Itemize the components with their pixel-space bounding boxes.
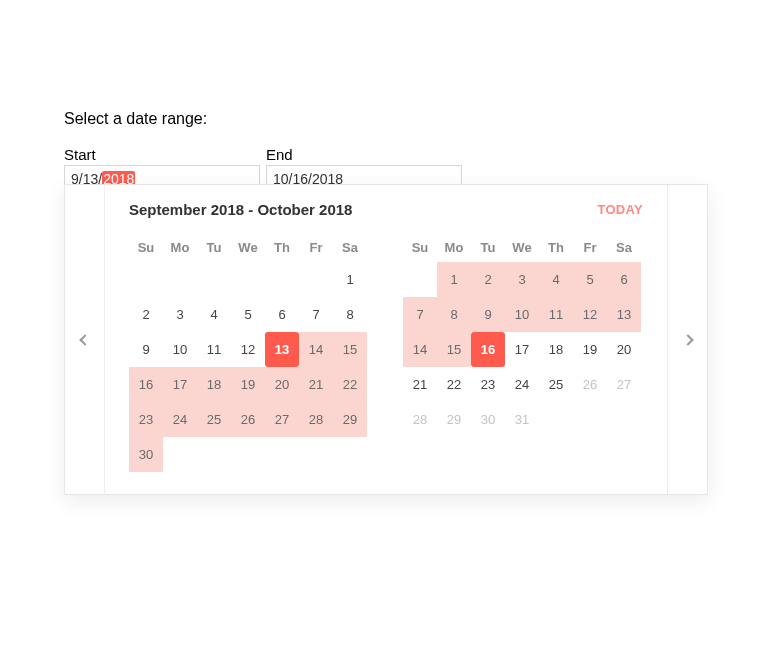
calendar-day[interactable]: 1 xyxy=(437,262,471,297)
calendar-day[interactable]: 4 xyxy=(197,297,231,332)
weekday-header: Mo xyxy=(163,232,197,262)
end-label: End xyxy=(266,146,462,163)
calendar-day[interactable]: 8 xyxy=(333,297,367,332)
calendar-day[interactable]: 21 xyxy=(403,367,437,402)
calendar-range-title: September 2018 - October 2018 xyxy=(129,201,352,218)
calendar-day[interactable]: 17 xyxy=(163,367,197,402)
weekday-header: We xyxy=(505,232,539,262)
calendar-day-empty xyxy=(231,262,265,297)
calendar-day[interactable]: 14 xyxy=(403,332,437,367)
weekday-header: Tu xyxy=(471,232,505,262)
calendar-day[interactable]: 22 xyxy=(437,367,471,402)
calendar-day[interactable]: 10 xyxy=(505,297,539,332)
month-grid: SuMoTuWeThFrSa12345678910111213141516171… xyxy=(129,232,367,472)
calendar-day-empty xyxy=(265,262,299,297)
calendar-day[interactable]: 13 xyxy=(607,297,641,332)
calendar-day[interactable]: 5 xyxy=(231,297,265,332)
calendar-day[interactable]: 12 xyxy=(573,297,607,332)
calendar-day[interactable]: 17 xyxy=(505,332,539,367)
calendar-day[interactable]: 28 xyxy=(299,402,333,437)
chevron-right-icon xyxy=(682,334,693,345)
calendar-day[interactable]: 9 xyxy=(129,332,163,367)
calendar-day-empty xyxy=(403,262,437,297)
calendar-day[interactable]: 24 xyxy=(163,402,197,437)
calendar-day[interactable]: 10 xyxy=(163,332,197,367)
calendar-day[interactable]: 3 xyxy=(163,297,197,332)
calendar-day-empty xyxy=(129,262,163,297)
weekday-header: Fr xyxy=(299,232,333,262)
calendar-day[interactable]: 6 xyxy=(265,297,299,332)
calendar-day[interactable]: 24 xyxy=(505,367,539,402)
calendar-day[interactable]: 5 xyxy=(573,262,607,297)
calendar-day[interactable]: 12 xyxy=(231,332,265,367)
calendar-day[interactable]: 3 xyxy=(505,262,539,297)
calendar-day[interactable]: 8 xyxy=(437,297,471,332)
calendar-day: 31 xyxy=(505,402,539,437)
next-month-button[interactable] xyxy=(667,185,707,494)
calendar-day-empty xyxy=(333,437,367,472)
weekday-header: Fr xyxy=(573,232,607,262)
calendar-day[interactable]: 21 xyxy=(299,367,333,402)
weekday-header: Tu xyxy=(197,232,231,262)
calendar-day[interactable]: 15 xyxy=(437,332,471,367)
prompt-label: Select a date range: xyxy=(64,110,708,128)
calendar-day-empty xyxy=(299,262,333,297)
calendar-day[interactable]: 26 xyxy=(231,402,265,437)
calendar-day: 27 xyxy=(607,367,641,402)
weekday-header: Mo xyxy=(437,232,471,262)
calendar-day: 26 xyxy=(573,367,607,402)
calendar-day[interactable]: 25 xyxy=(197,402,231,437)
weekday-header: Su xyxy=(403,232,437,262)
calendar-day[interactable]: 11 xyxy=(197,332,231,367)
start-label: Start xyxy=(64,146,260,163)
weekday-header: Su xyxy=(129,232,163,262)
calendar-day[interactable]: 4 xyxy=(539,262,573,297)
calendar-day[interactable]: 9 xyxy=(471,297,505,332)
calendar-day-empty xyxy=(539,402,573,437)
calendar-day[interactable]: 30 xyxy=(129,437,163,472)
calendar-day[interactable]: 19 xyxy=(231,367,265,402)
prev-month-button[interactable] xyxy=(65,185,105,494)
calendar-day[interactable]: 18 xyxy=(197,367,231,402)
calendar-day[interactable]: 23 xyxy=(471,367,505,402)
weekday-header: Sa xyxy=(333,232,367,262)
calendar-day-empty xyxy=(299,437,333,472)
calendar-day[interactable]: 19 xyxy=(573,332,607,367)
calendar-day[interactable]: 11 xyxy=(539,297,573,332)
calendar-day-empty xyxy=(163,262,197,297)
calendar-day[interactable]: 18 xyxy=(539,332,573,367)
calendar-day[interactable]: 2 xyxy=(129,297,163,332)
calendar-popup: September 2018 - October 2018 TODAY SuMo… xyxy=(64,184,708,495)
calendar-day[interactable]: 20 xyxy=(265,367,299,402)
calendar-day[interactable]: 2 xyxy=(471,262,505,297)
calendar-day-empty xyxy=(607,402,641,437)
calendar-day[interactable]: 23 xyxy=(129,402,163,437)
calendar-day[interactable]: 15 xyxy=(333,332,367,367)
calendar-day[interactable]: 20 xyxy=(607,332,641,367)
calendar-day[interactable]: 7 xyxy=(403,297,437,332)
calendar-day[interactable]: 29 xyxy=(333,402,367,437)
calendar-day-empty xyxy=(231,437,265,472)
calendar-day[interactable]: 14 xyxy=(299,332,333,367)
calendar-day[interactable]: 16 xyxy=(129,367,163,402)
calendar-day: 28 xyxy=(403,402,437,437)
calendar-day[interactable]: 1 xyxy=(333,262,367,297)
calendar-day[interactable]: 27 xyxy=(265,402,299,437)
calendar-day[interactable]: 16 xyxy=(471,332,505,367)
weekday-header: Th xyxy=(265,232,299,262)
chevron-left-icon xyxy=(79,334,90,345)
calendar-day-empty xyxy=(197,262,231,297)
calendar-day-empty xyxy=(163,437,197,472)
calendar-day[interactable]: 25 xyxy=(539,367,573,402)
weekday-header: Th xyxy=(539,232,573,262)
month-grid: SuMoTuWeThFrSa12345678910111213141516171… xyxy=(403,232,641,472)
today-button[interactable]: TODAY xyxy=(597,202,643,217)
calendar-day[interactable]: 22 xyxy=(333,367,367,402)
calendar-day-empty xyxy=(573,402,607,437)
calendar-day[interactable]: 7 xyxy=(299,297,333,332)
calendar-day-empty xyxy=(265,437,299,472)
calendar-day[interactable]: 6 xyxy=(607,262,641,297)
calendar-day-empty xyxy=(197,437,231,472)
calendar-day[interactable]: 13 xyxy=(265,332,299,367)
calendar-day: 29 xyxy=(437,402,471,437)
